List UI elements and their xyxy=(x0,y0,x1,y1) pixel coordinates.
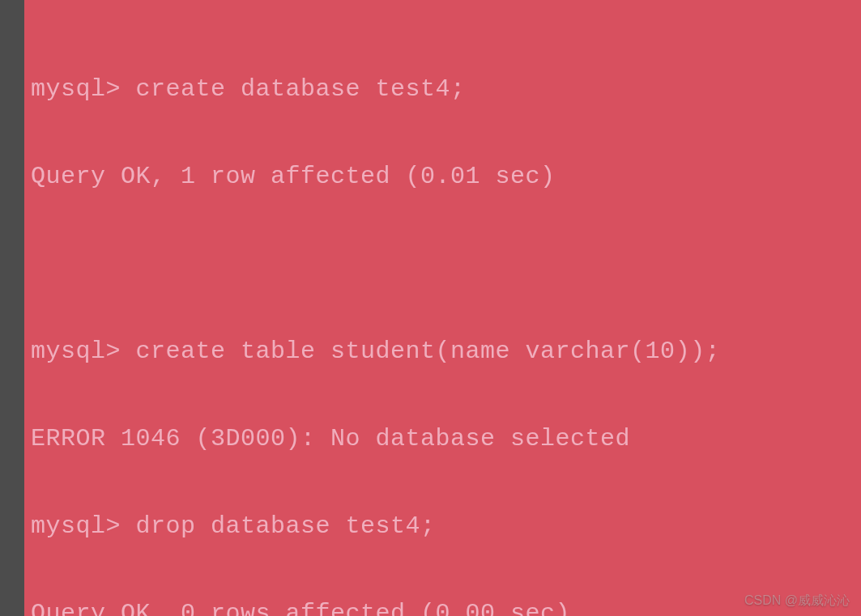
csdn-watermark: CSDN @威威沁沁 xyxy=(744,593,850,610)
terminal-line: Query OK, 0 rows affected (0.00 sec) xyxy=(31,599,825,616)
terminal-line: mysql> create database test4; xyxy=(31,74,825,104)
terminal-line: mysql> drop database test4; xyxy=(31,512,825,541)
terminal-line xyxy=(31,249,825,278)
left-margin-strip xyxy=(0,0,24,616)
mysql-terminal-output: mysql> create database test4; Query OK, … xyxy=(31,16,825,616)
terminal-line: Query OK, 1 row affected (0.01 sec) xyxy=(31,162,825,191)
terminal-line: ERROR 1046 (3D000): No database selected xyxy=(31,424,825,453)
terminal-line: mysql> create table student(name varchar… xyxy=(31,337,825,366)
